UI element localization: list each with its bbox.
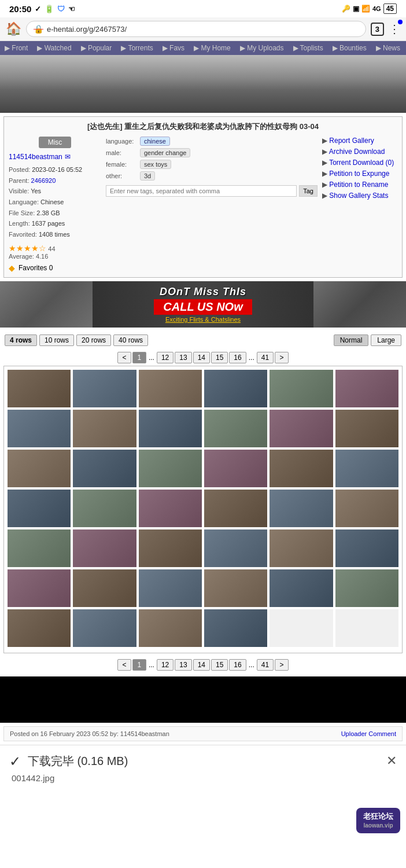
- 4rows-button[interactable]: 4 rows: [5, 334, 37, 346]
- download-top: ✓ 下载完毕 (0.16 MB) ✕: [9, 753, 397, 770]
- thumb-27[interactable]: [139, 529, 202, 567]
- thumb-11[interactable]: [270, 410, 333, 447]
- tab-count[interactable]: 3: [371, 23, 384, 36]
- thumb-25[interactable]: [8, 529, 71, 567]
- large-view-button[interactable]: Large: [371, 334, 401, 346]
- thumb-15[interactable]: [139, 450, 202, 487]
- nav-favs[interactable]: ▶ Favs: [158, 41, 189, 55]
- thumb-10[interactable]: [204, 410, 267, 447]
- normal-view-button[interactable]: Normal: [334, 334, 369, 346]
- url-bar[interactable]: 🔒 e-hentai.org/g/2467573/: [26, 21, 366, 37]
- thumb-17[interactable]: [270, 450, 333, 487]
- tag-submit-button[interactable]: Tag: [299, 185, 318, 197]
- thumb-20[interactable]: [73, 490, 136, 527]
- page-16-button[interactable]: 16: [229, 352, 246, 363]
- uploader-link[interactable]: 114514beastman: [9, 153, 62, 161]
- parent-link[interactable]: 2466920: [31, 177, 56, 184]
- thumb-32[interactable]: [73, 569, 136, 607]
- thumb-26[interactable]: [73, 529, 136, 567]
- thumb-36[interactable]: [335, 569, 398, 607]
- page-15-button[interactable]: 15: [211, 352, 228, 363]
- tag-input-field[interactable]: [106, 185, 297, 197]
- thumb-30[interactable]: [335, 529, 398, 567]
- page-41-button-bottom[interactable]: 41: [257, 659, 274, 671]
- tag-other-value[interactable]: 3d: [140, 171, 155, 181]
- thumb-3[interactable]: [139, 370, 202, 407]
- archive-download-link[interactable]: Archive Download: [322, 148, 397, 156]
- prev-page-button-bottom[interactable]: <: [117, 659, 131, 671]
- page-12-button[interactable]: 12: [157, 352, 174, 363]
- status-left: 20:50 ✓ 🔋 🛡 ☜: [9, 4, 75, 14]
- petition-rename-link[interactable]: Petition to Rename: [322, 181, 397, 189]
- thumb-6[interactable]: [335, 370, 398, 407]
- nav-front[interactable]: ▶ Front: [0, 41, 32, 55]
- report-gallery-link[interactable]: Report Gallery: [322, 137, 397, 145]
- thumb-24[interactable]: [335, 490, 398, 527]
- 20rows-button[interactable]: 20 rows: [76, 334, 111, 346]
- thumb-33[interactable]: [139, 569, 202, 607]
- upload-comment-link[interactable]: Uploader Comment: [341, 730, 396, 737]
- thumb-13[interactable]: [8, 450, 71, 487]
- thumb-4[interactable]: [204, 370, 267, 407]
- posted-date: 2023-02-16 05:52: [32, 166, 82, 173]
- nav-watched[interactable]: ▶ Watched: [32, 41, 76, 55]
- page-13-button[interactable]: 13: [175, 352, 191, 363]
- thumb-29[interactable]: [270, 529, 333, 567]
- thumb-38[interactable]: [73, 609, 136, 647]
- menu-button[interactable]: ⋮: [389, 22, 400, 36]
- thumb-5[interactable]: [270, 370, 333, 407]
- thumb-31[interactable]: [8, 569, 71, 607]
- page-1-button-bottom[interactable]: 1: [132, 659, 146, 671]
- 40rows-button[interactable]: 40 rows: [113, 334, 148, 346]
- thumb-19[interactable]: [8, 490, 71, 527]
- thumb-16[interactable]: [204, 450, 267, 487]
- thumb-35[interactable]: [270, 569, 333, 607]
- thumb-8[interactable]: [73, 410, 136, 447]
- thumb-2[interactable]: [73, 370, 136, 407]
- nav-toplists[interactable]: ▶ Toplists: [289, 41, 328, 55]
- page-16-button-bottom[interactable]: 16: [229, 659, 246, 671]
- page-15-button-bottom[interactable]: 15: [211, 659, 228, 671]
- thumb-1[interactable]: [8, 370, 71, 407]
- home-icon[interactable]: 🏠: [6, 21, 21, 36]
- thumb-37[interactable]: [8, 609, 71, 647]
- download-close-button[interactable]: ✕: [386, 753, 397, 768]
- page-14-button[interactable]: 14: [193, 352, 210, 363]
- show-stats-link[interactable]: Show Gallery Stats: [322, 192, 397, 200]
- page-41-button[interactable]: 41: [257, 352, 274, 363]
- thumb-7[interactable]: [8, 410, 71, 447]
- tag-female-value[interactable]: sex toys: [140, 160, 171, 169]
- nav-bounties[interactable]: ▶ Bounties: [328, 41, 371, 55]
- thumb-21[interactable]: [139, 490, 202, 527]
- page-14-button-bottom[interactable]: 14: [193, 659, 210, 671]
- nav-torrents[interactable]: ▶ Torrents: [116, 41, 157, 55]
- thumb-34[interactable]: [204, 569, 267, 607]
- nav-popular[interactable]: ▶ Popular: [76, 41, 117, 55]
- nav-myuploads[interactable]: ▶ My Uploads: [235, 41, 289, 55]
- tag-male-value[interactable]: gender change: [140, 148, 190, 157]
- page-13-button-bottom[interactable]: 13: [175, 659, 191, 671]
- petition-expunge-link[interactable]: Petition to Expunge: [322, 170, 397, 178]
- thumb-23[interactable]: [270, 490, 333, 527]
- thumb-40[interactable]: [204, 609, 267, 647]
- nav-news[interactable]: ▶ News: [371, 41, 405, 55]
- nav-myhome[interactable]: ▶ My Home: [189, 41, 235, 55]
- prev-page-button[interactable]: <: [117, 352, 131, 363]
- next-page-button-bottom[interactable]: >: [275, 659, 289, 671]
- ad-banner[interactable]: DOnT Miss ThIs CALL US NOw Exciting Flir…: [0, 281, 406, 328]
- misc-button[interactable]: Misc: [39, 137, 72, 148]
- thumb-22[interactable]: [204, 490, 267, 527]
- thumb-39[interactable]: [139, 609, 202, 647]
- 10rows-button[interactable]: 10 rows: [39, 334, 74, 346]
- page-1-button[interactable]: 1: [132, 352, 146, 363]
- thumb-28[interactable]: [204, 529, 267, 567]
- next-page-button[interactable]: >: [275, 352, 289, 363]
- thumb-9[interactable]: [139, 410, 202, 447]
- thumb-14[interactable]: [73, 450, 136, 487]
- torrent-download-link[interactable]: Torrent Download (0): [322, 159, 397, 167]
- page-12-button-bottom[interactable]: 12: [157, 659, 174, 671]
- thumb-12[interactable]: [335, 410, 398, 447]
- thumb-18[interactable]: [335, 450, 398, 487]
- tag-language-value[interactable]: chinese: [140, 137, 170, 146]
- thumb-row-7: [8, 609, 398, 647]
